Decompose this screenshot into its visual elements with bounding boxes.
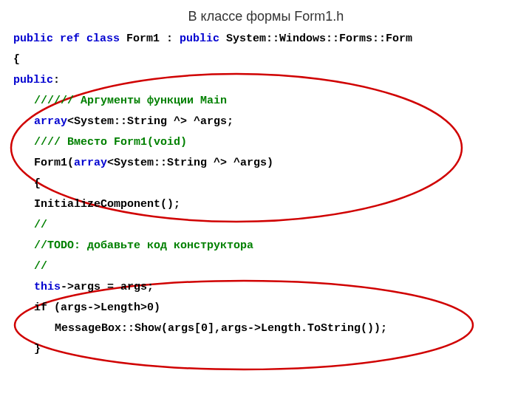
code-line: MessageBox::Show(args[0],args->Length.To…	[13, 318, 532, 339]
code-line: this->args = args;	[13, 277, 532, 298]
code-line: }	[13, 339, 532, 360]
code-line: //	[13, 256, 532, 277]
code-line: public ref class Form1 : public System::…	[13, 29, 532, 50]
code-line: InitializeComponent();	[13, 194, 532, 215]
code-line: {	[13, 50, 532, 70]
code-line: //TODO: добавьте код конструктора	[13, 236, 532, 256]
code-line: array<System::String ^> ^args;	[13, 112, 532, 132]
slide-title: В классе формы Form1.h	[0, 0, 532, 29]
code-line: //	[13, 215, 532, 236]
code-line: public:	[13, 70, 532, 91]
code-block: public ref class Form1 : public System::…	[0, 29, 532, 360]
code-line: {	[13, 174, 532, 194]
code-line: Form1(array<System::String ^> ^args)	[13, 153, 532, 174]
code-line: //// Вместо Form1(void)	[13, 132, 532, 153]
code-line: ////// Аргументы функции Main	[13, 91, 532, 112]
code-line: if (args->Length>0)	[13, 298, 532, 318]
